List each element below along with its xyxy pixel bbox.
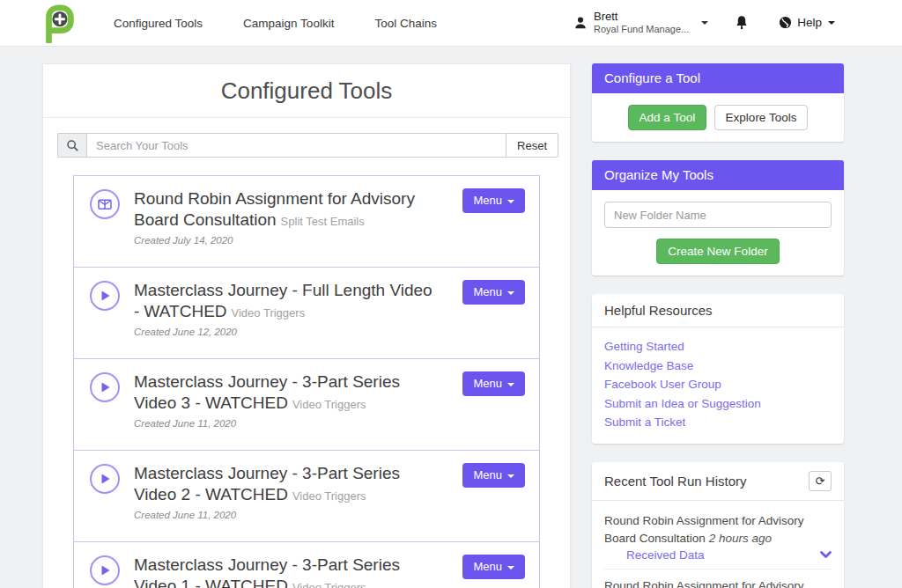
notifications-button[interactable] — [735, 15, 749, 30]
chevron-down-icon — [828, 21, 835, 25]
tool-list: Round Robin Assignment for Advisory Boar… — [73, 175, 540, 588]
menu-button[interactable]: Menu — [462, 280, 525, 305]
search-input[interactable] — [86, 133, 506, 158]
resource-link[interactable]: Facebook User Group — [604, 375, 832, 394]
history-item: Round Robin Assignment for Advisory Boar… — [604, 570, 832, 588]
organize-tools-panel: Organize My Tools Create New Folder — [592, 160, 844, 276]
menu-button[interactable]: Menu — [462, 371, 525, 396]
create-folder-row: Create New Folder — [604, 239, 832, 264]
tool-run-history-title: Recent Tool Run History — [604, 474, 746, 489]
primary-nav: Configured Tools Campaign Toolkit Tool C… — [100, 17, 464, 30]
configured-tools-card: Configured Tools Reset — [42, 63, 571, 588]
tool-title-line: Masterclass Journey - Full Length Video … — [134, 280, 437, 323]
tool-run-history-panel: Recent Tool Run History ⟳ Round Robin As… — [592, 462, 844, 588]
tool-type-label: Video Triggers — [292, 398, 366, 411]
nav-configured-tools[interactable]: Configured Tools — [100, 17, 216, 30]
configure-tool-panel: Configure a Tool Add a Tool Explore Tool… — [592, 63, 844, 142]
resource-link[interactable]: Submit an Idea or Suggestion — [604, 394, 832, 414]
menu-button[interactable]: Menu — [462, 463, 525, 488]
menu-button-label: Menu — [473, 560, 502, 573]
nav-tool-chains[interactable]: Tool Chains — [361, 17, 450, 30]
chevron-down-icon — [507, 291, 514, 295]
history-time: 2 hours ago — [709, 532, 772, 545]
helpful-resources-panel: Helpful Resources Getting Started Knowle… — [592, 294, 844, 444]
menu-button[interactable]: Menu — [462, 555, 525, 579]
tool-type-label: Video Triggers — [292, 581, 366, 588]
tool-type-icon-circle — [90, 189, 120, 219]
navbar-right: Brett Royal Fund Manage... Help — [573, 11, 835, 35]
create-new-folder-button[interactable]: Create New Folder — [656, 239, 779, 264]
menu-button-label: Menu — [473, 194, 502, 207]
organize-tools-body: Create New Folder — [592, 190, 844, 276]
tool-created-date: Created July 14, 2020 — [134, 235, 437, 246]
split-test-emails-icon — [96, 195, 114, 213]
user-organization: Royal Fund Manage... — [594, 24, 689, 35]
history-item: Round Robin Assignment for Advisory Boar… — [604, 504, 832, 570]
chevron-down-icon — [507, 474, 514, 478]
received-data-link[interactable]: Received Data — [626, 548, 705, 562]
tool-created-date: Created June 11, 2020 — [134, 510, 437, 520]
menu-button[interactable]: Menu — [462, 188, 525, 213]
tool-title-line: Masterclass Journey - 3-Part Series Vide… — [134, 371, 437, 415]
menu-button-label: Menu — [473, 377, 502, 390]
tool-type-icon-circle — [90, 281, 120, 311]
chevron-down-icon — [507, 383, 514, 386]
tool-type-label: Video Triggers — [292, 489, 366, 503]
tool-title-line: Masterclass Journey - 3-Part Series Vide… — [134, 555, 437, 588]
tool-created-date: Created June 12, 2020 — [134, 327, 437, 337]
search-icon-addon — [57, 133, 86, 158]
helpful-resources-body: Getting Started Knowledge Base Facebook … — [592, 327, 844, 444]
new-folder-name-input[interactable] — [604, 202, 832, 228]
resource-link[interactable]: Submit a Ticket — [604, 413, 832, 432]
bell-icon — [735, 15, 749, 30]
refresh-icon: ⟳ — [816, 475, 825, 487]
sidebar: Configure a Tool Add a Tool Explore Tool… — [592, 63, 844, 588]
explore-tools-button[interactable]: Explore Tools — [714, 105, 809, 130]
expand-history-button[interactable] — [820, 551, 832, 559]
user-menu[interactable]: Brett Royal Fund Manage... — [573, 11, 708, 35]
helpful-resources-header: Helpful Resources — [592, 294, 844, 327]
tool-created-date: Created June 11, 2020 — [134, 418, 437, 429]
tool-title[interactable]: Round Robin Assignment for Advisory Boar… — [134, 189, 415, 229]
top-navbar: Configured Tools Campaign Toolkit Tool C… — [0, 0, 902, 47]
tool-run-history-header: Recent Tool Run History ⟳ — [592, 462, 844, 501]
tool-type-label: Video Triggers — [232, 306, 306, 320]
chevron-down-icon — [701, 21, 708, 25]
history-tool-name: Round Robin Assignment for Advisory Boar… — [604, 579, 804, 588]
refresh-history-button[interactable]: ⟳ — [809, 471, 832, 491]
search-icon — [66, 139, 79, 152]
tool-type-icon-circle — [90, 555, 120, 585]
nav-campaign-toolkit[interactable]: Campaign Toolkit — [230, 17, 347, 30]
menu-button-label: Menu — [473, 285, 502, 298]
logo-icon — [39, 3, 79, 43]
play-icon — [96, 470, 114, 488]
tools-search-bar: Reset — [57, 133, 558, 158]
menu-button-label: Menu — [473, 468, 502, 481]
resource-link[interactable]: Getting Started — [604, 337, 832, 356]
reset-button[interactable]: Reset — [506, 133, 558, 158]
page-title: Configured Tools — [43, 64, 570, 118]
chevron-down-icon — [507, 566, 514, 570]
add-tool-button[interactable]: Add a Tool — [628, 105, 707, 130]
tool-list-item: Masterclass Journey - Full Length Video … — [73, 267, 540, 359]
tool-title-line: Masterclass Journey - 3-Part Series Vide… — [134, 463, 437, 506]
play-icon — [96, 287, 114, 305]
page-content: Configured Tools Reset — [0, 47, 902, 588]
tool-type-icon-circle — [90, 372, 120, 402]
play-icon — [96, 562, 114, 579]
helpful-resources-title: Helpful Resources — [604, 303, 713, 318]
help-menu[interactable]: Help — [779, 16, 835, 29]
user-name: Brett — [594, 11, 689, 24]
resource-link[interactable]: Knowledge Base — [604, 356, 832, 376]
tool-type-label: Split Test Emails — [281, 215, 365, 228]
tool-run-history-body: Round Robin Assignment for Advisory Boar… — [592, 501, 844, 588]
tool-list-item: Round Robin Assignment for Advisory Boar… — [73, 175, 540, 268]
tool-list-item: Masterclass Journey - 3-Part Series Vide… — [73, 450, 540, 542]
app-logo[interactable] — [39, 3, 79, 43]
help-label: Help — [797, 16, 822, 29]
history-item-title: Round Robin Assignment for Advisory Boar… — [604, 577, 832, 588]
history-status-row: Received Data — [604, 548, 832, 562]
tool-list-item: Masterclass Journey - 3-Part Series Vide… — [73, 541, 540, 588]
organize-tools-header: Organize My Tools — [592, 160, 844, 190]
tool-list-item: Masterclass Journey - 3-Part Series Vide… — [73, 358, 540, 451]
